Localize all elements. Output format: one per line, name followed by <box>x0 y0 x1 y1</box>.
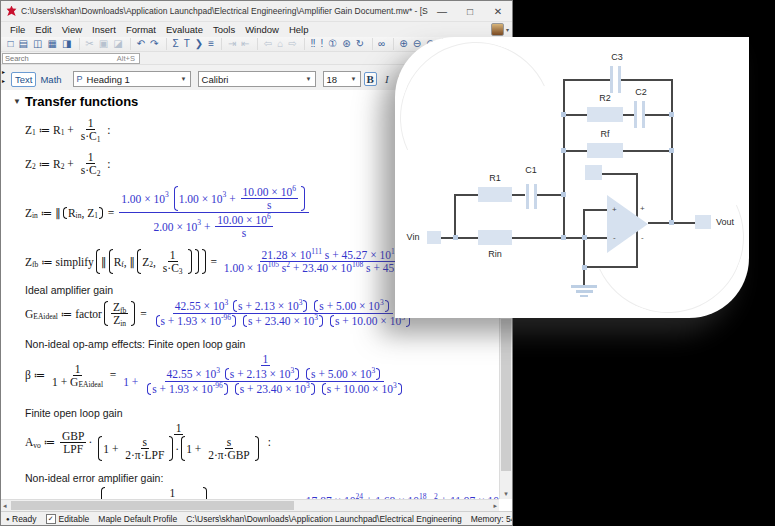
wire <box>621 79 673 81</box>
insert-text-icon[interactable]: T <box>184 38 190 50</box>
capacitor-c1 <box>534 184 537 209</box>
undo-icon[interactable]: ↶ <box>137 38 145 50</box>
menu-evaluate[interactable]: Evaluate <box>161 24 208 35</box>
ground-icon <box>580 295 588 297</box>
restart-icon[interactable]: ↻ <box>356 38 364 50</box>
redo-icon[interactable]: ↷ <box>150 38 158 50</box>
toolbar-separator <box>216 38 222 50</box>
search-shortcut-hint: Alt+S <box>117 54 135 63</box>
menu-edit[interactable]: Edit <box>30 24 56 35</box>
circuit-diagram-panel: + - + - C3 C2 R2 Rf R1 C1 Rin Vin Vout <box>395 37 749 318</box>
font-family-value: Calibri <box>202 74 229 85</box>
print-icon[interactable]: ▦ <box>47 38 56 50</box>
search-input[interactable] <box>3 54 102 63</box>
paste-icon: ◪ <box>113 38 122 50</box>
minimize-button[interactable]: — <box>428 1 456 21</box>
heading-text: Transfer functions <box>25 94 138 109</box>
debug-icon[interactable]: ① <box>328 38 337 50</box>
collapse-triangle-icon[interactable]: ▼ <box>13 97 21 106</box>
scroll-right-arrow[interactable]: ▸ <box>491 500 499 511</box>
vertical-scroll-thumb[interactable] <box>501 319 511 471</box>
label-r1: R1 <box>478 173 512 183</box>
hyperlink-icon[interactable]: ∞ <box>378 38 385 50</box>
window-title: C:\Users\skhan\Downloads\Application Lau… <box>21 6 428 16</box>
label-vout: Vout <box>716 217 746 227</box>
menu-insert[interactable]: Insert <box>87 24 121 35</box>
node-dot <box>561 192 566 197</box>
close-button[interactable]: ✕ <box>484 1 512 21</box>
menu-window[interactable]: Window <box>240 24 284 35</box>
horizontal-scroll-thumb[interactable] <box>11 501 294 510</box>
execute-icon[interactable]: ! <box>321 38 324 50</box>
font-family-dropdown[interactable]: Calibri ▼ <box>198 71 316 87</box>
search-box[interactable]: Alt+S <box>2 53 140 64</box>
scroll-down-arrow[interactable]: ▾ <box>500 490 512 498</box>
italic-button[interactable]: I <box>383 73 391 85</box>
node-dot <box>561 235 566 240</box>
user-account-menu[interactable]: ▾ <box>491 23 512 36</box>
indent-icon: ⇥ <box>228 38 236 50</box>
toolbar-separator <box>74 38 80 50</box>
capacitor-c1 <box>526 184 529 209</box>
zoom-in-icon[interactable]: ⊕ <box>399 38 407 50</box>
wire <box>602 173 638 175</box>
capacitor-c3 <box>610 66 613 93</box>
execute-all-icon[interactable]: ‼ <box>311 38 316 50</box>
export-pdf-icon[interactable]: ◨ <box>62 38 71 50</box>
copy-icon: ▣ <box>99 38 108 50</box>
back-icon: ⇦ <box>264 38 272 50</box>
status-bar: ● Ready ✓Editable Maple Default Profile … <box>1 511 512 525</box>
label-c1: C1 <box>521 165 541 175</box>
note-finite-gain: Finite open loop gain <box>25 407 499 419</box>
item-list-icon[interactable]: ≡ <box>208 38 214 50</box>
menu-tools[interactable]: Tools <box>208 24 240 35</box>
font-size-dropdown[interactable]: 18 ▼ <box>323 71 361 87</box>
new-document-icon[interactable]: □ <box>8 38 14 50</box>
opamp-plus-input: + <box>612 205 617 214</box>
menu-help[interactable]: Help <box>284 24 314 35</box>
component-block <box>585 165 602 180</box>
ground-icon <box>576 290 593 293</box>
math-input: Z2 ≔ R2 + 1s·C2 : <box>25 150 111 177</box>
bold-button[interactable]: B <box>364 72 377 86</box>
paragraph-style-dropdown[interactable]: P Heading 1 ▼ <box>73 71 191 87</box>
maximize-button[interactable]: □ <box>456 1 484 21</box>
checkbox-checked-icon[interactable]: ✓ <box>46 514 56 524</box>
math-output: 42.55 × 103 s + 2.13 × 103 s + 5.00 × 10… <box>150 298 416 329</box>
capacitor-c3 <box>618 66 621 93</box>
stop-icon[interactable]: ⊛ <box>342 38 350 50</box>
horizontal-scrollbar[interactable]: ◂ ▸ <box>1 499 499 511</box>
menu-format[interactable]: Format <box>121 24 161 35</box>
label-c3: C3 <box>607 52 627 62</box>
menu-view[interactable]: View <box>57 24 87 35</box>
paragraph-style-icon: P <box>77 74 83 84</box>
command-prompt-icon[interactable]: ❯ <box>195 38 203 50</box>
toolbar-separator <box>161 38 167 50</box>
node-dot <box>582 235 587 240</box>
memory-usage: Memory: 54.18M <box>471 514 512 524</box>
insert-math-icon[interactable]: Σ <box>172 38 178 50</box>
text-mode-button[interactable]: Text <box>11 72 36 87</box>
resistor-rf <box>587 143 623 158</box>
capacitor-c2 <box>642 101 645 128</box>
math-input: GEAideal ≔ factorZfbZin = <box>25 300 150 327</box>
menu-file[interactable]: File <box>5 24 30 35</box>
toolbar-collapse-handles[interactable]: ▸▸ <box>2 68 5 86</box>
math-output: 1.00 × 103 1.00 × 103 + 10.00 × 106s2.00… <box>117 184 311 241</box>
equation-gea[interactable]: GEA ≔ simplifyGEAideal·11 + 1Avo·β = 17.… <box>25 486 499 499</box>
node-dot <box>669 220 674 225</box>
outdent-icon: ⇤ <box>241 38 249 50</box>
user-avatar <box>491 23 504 36</box>
equation-avo[interactable]: Avo ≔ GBPLPF·11 + s2·π·LPF·1 + s2·π·GBP … <box>25 421 499 463</box>
paragraph-style-value: Heading 1 <box>87 74 130 85</box>
scroll-left-arrow[interactable]: ◂ <box>1 500 9 511</box>
editable-toggle[interactable]: ✓Editable <box>46 514 90 524</box>
resistor-rin <box>478 230 512 245</box>
equation-beta[interactable]: β ≔ 11 + GEAideal = 11 + 42.55 × 103 s +… <box>25 352 499 398</box>
node-dot <box>561 112 566 117</box>
wire <box>512 194 525 196</box>
open-icon[interactable]: ▤ <box>19 38 28 50</box>
math-mode-button[interactable]: Math <box>37 73 64 86</box>
cut-icon: ✂ <box>85 38 93 50</box>
save-icon[interactable]: ◫ <box>33 38 42 50</box>
